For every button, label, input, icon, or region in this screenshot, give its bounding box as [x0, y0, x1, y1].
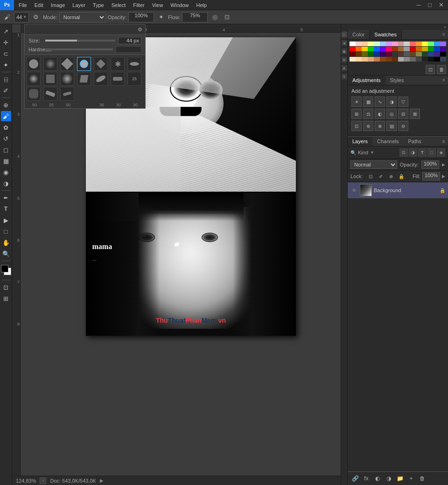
- swatch-tan[interactable]: [398, 47, 404, 51]
- swatch-7[interactable]: [392, 42, 398, 46]
- adj-brightness[interactable]: ☀: [351, 97, 362, 107]
- filter-text-icon[interactable]: T: [418, 148, 427, 157]
- swatch-pink[interactable]: [386, 47, 392, 51]
- swatch-6[interactable]: [386, 42, 392, 46]
- hardness-slider[interactable]: [45, 48, 113, 50]
- swatch-orange[interactable]: [356, 47, 362, 51]
- layer-item-background[interactable]: 👁 Background 🔒: [348, 182, 448, 199]
- brush-preset-5[interactable]: [94, 57, 108, 71]
- brush-preset-1[interactable]: [27, 57, 41, 71]
- kind-dropdown-icon[interactable]: ▼: [370, 150, 374, 155]
- brush-size-selector[interactable]: 44 ▼: [14, 12, 29, 22]
- menu-help[interactable]: Help: [192, 1, 210, 9]
- close-button[interactable]: ✕: [436, 0, 446, 10]
- swatch-purple[interactable]: [380, 47, 386, 51]
- move-tool[interactable]: ✛: [1, 37, 11, 48]
- swatch-red[interactable]: [350, 47, 356, 51]
- swatch-skin3[interactable]: [362, 57, 368, 62]
- brush-tool-icon[interactable]: 🖌: [2, 12, 12, 22]
- swatch-darkred[interactable]: [410, 47, 416, 51]
- swatch-navy[interactable]: [374, 52, 380, 56]
- brush-preset-17[interactable]: [60, 87, 74, 101]
- dodge-tool[interactable]: ◑: [1, 178, 11, 188]
- swatch-dark1[interactable]: [392, 52, 398, 56]
- brush-preset-13[interactable]: [111, 72, 125, 86]
- history-brush-tool[interactable]: ↺: [1, 133, 11, 144]
- foreground-color-swatch[interactable]: [1, 265, 8, 272]
- brush-preset-6[interactable]: ✱: [111, 57, 125, 71]
- lock-pixels-btn[interactable]: ⊡: [366, 172, 375, 180]
- status-info-icon[interactable]: i: [40, 478, 46, 484]
- flow-value[interactable]: 75%: [182, 12, 208, 22]
- layers-panel-options[interactable]: ≡: [440, 137, 448, 146]
- adj-bw[interactable]: ◐: [375, 109, 385, 119]
- swatch-1[interactable]: [356, 42, 362, 46]
- swatch-12[interactable]: [422, 42, 428, 46]
- color-panel-options[interactable]: ≡: [440, 30, 448, 39]
- brush-preset-14[interactable]: 25: [127, 72, 141, 86]
- menu-select[interactable]: Select: [108, 1, 130, 9]
- brush-options-icon[interactable]: ⚙: [31, 12, 41, 22]
- size-value-display[interactable]: 44 px: [118, 37, 141, 44]
- gradient-tool[interactable]: ▦: [1, 156, 11, 166]
- panel-action-1[interactable]: ⊡: [426, 65, 435, 74]
- tab-layers[interactable]: Layers: [348, 137, 372, 146]
- swatch-white[interactable]: [350, 42, 356, 46]
- swatch-dark2[interactable]: [398, 52, 404, 56]
- tab-paths[interactable]: Paths: [404, 137, 426, 146]
- swatch-yellow[interactable]: [362, 47, 368, 51]
- brush-tool[interactable]: 🖌: [1, 111, 11, 121]
- swatch-olive[interactable]: [362, 52, 368, 56]
- lock-artboard-btn[interactable]: ⊕: [387, 172, 395, 180]
- swatch-maroon[interactable]: [386, 52, 392, 56]
- swatch-10[interactable]: [410, 42, 416, 46]
- brush-preset-15[interactable]: [27, 87, 41, 101]
- maximize-button[interactable]: □: [425, 0, 435, 10]
- crop-tool[interactable]: ⌸: [1, 74, 11, 84]
- menu-layer[interactable]: Layer: [69, 1, 89, 9]
- swatch-skin7[interactable]: [386, 57, 392, 62]
- brush-preset-11[interactable]: [77, 72, 91, 86]
- zoom-tool[interactable]: 🔍: [1, 249, 11, 259]
- swatch-neutral2[interactable]: [404, 57, 410, 62]
- swatch-darkblue[interactable]: [434, 47, 440, 51]
- opacity-value-display[interactable]: 100%: [421, 160, 439, 169]
- lock-position-btn[interactable]: ✐: [377, 172, 385, 180]
- layer-name[interactable]: Background: [374, 187, 438, 193]
- menu-file[interactable]: File: [15, 1, 31, 9]
- tab-channels[interactable]: Channels: [372, 137, 403, 146]
- layer-delete-btn[interactable]: 🗑: [418, 474, 427, 483]
- swatch-skin1[interactable]: [350, 57, 356, 62]
- quick-mask-mode[interactable]: ⊡: [1, 282, 11, 292]
- swatch-brown[interactable]: [392, 47, 398, 51]
- right-tool-1[interactable]: ⊡: [342, 32, 347, 37]
- swatch-s1[interactable]: [410, 52, 416, 56]
- right-tool-2[interactable]: ◈: [342, 40, 347, 46]
- size-slider[interactable]: [45, 40, 115, 42]
- brush-preset-3[interactable]: [60, 57, 74, 71]
- swatch-darkpurple[interactable]: [440, 47, 446, 51]
- adj-levels[interactable]: ▦: [363, 97, 373, 107]
- adj-vibrance[interactable]: ▽: [398, 97, 408, 107]
- menu-view[interactable]: View: [148, 1, 167, 9]
- layer-mask-btn[interactable]: ◐: [373, 474, 382, 483]
- right-tool-text[interactable]: A: [342, 65, 347, 71]
- swatch-2[interactable]: [362, 42, 368, 46]
- adj-posterize[interactable]: ⊚: [363, 121, 373, 131]
- shape-tool[interactable]: □: [1, 226, 11, 236]
- swatch-black[interactable]: [440, 52, 446, 56]
- text-tool[interactable]: T: [1, 204, 11, 214]
- swatch-skin4[interactable]: [368, 57, 374, 62]
- swatch-3[interactable]: [368, 42, 374, 46]
- brush-preset-16[interactable]: [43, 87, 57, 101]
- eraser-tool[interactable]: ◻: [1, 145, 11, 155]
- blur-tool[interactable]: ◉: [1, 167, 11, 177]
- mode-select[interactable]: Normal: [59, 12, 106, 22]
- swatch-blue[interactable]: [374, 47, 380, 51]
- adj-channel-mixer[interactable]: ⊟: [398, 109, 408, 119]
- smoothing-icon[interactable]: ◎: [210, 12, 220, 22]
- swatch-skin8[interactable]: [392, 57, 398, 62]
- swatch-darkorange[interactable]: [416, 47, 422, 51]
- filter-shape-icon[interactable]: □: [427, 148, 436, 157]
- swatch-s3[interactable]: [422, 52, 428, 56]
